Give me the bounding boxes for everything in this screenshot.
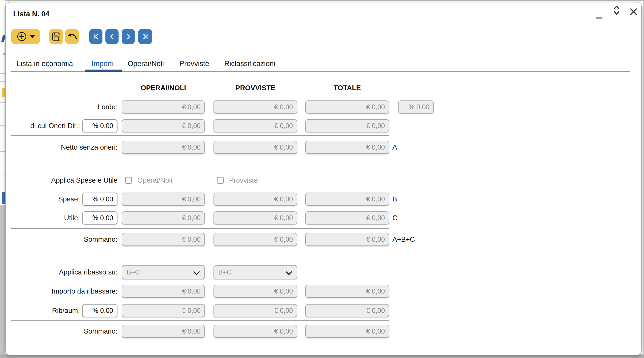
background-fragment: [0, 164, 5, 164]
row-label-sommano-finale: Sommano:: [11, 325, 117, 338]
tab-underline-active: [85, 70, 122, 72]
rib-aum-provviste-field: [214, 304, 297, 317]
row-letter-utile: C: [392, 211, 398, 225]
checkbox-operai-noli[interactable]: [125, 177, 132, 184]
row-label-spese: Spese:: [11, 193, 80, 206]
oneri-dir-percent-input[interactable]: [82, 119, 117, 132]
screen-right-border: [643, 0, 644, 358]
netto-senza-oneri-provviste-field: [214, 141, 297, 154]
floppy-disk-icon: [51, 31, 61, 42]
tab-provviste[interactable]: Provviste: [179, 59, 209, 68]
applica-ribasso-su-select-2[interactable]: B+C: [214, 265, 297, 279]
form-row-lordo: Lordo:: [6, 100, 641, 114]
background-app-strip: [0, 0, 5, 358]
sommano-finale-provviste-field: [214, 325, 297, 338]
background-fragment: [0, 125, 5, 126]
column-header-operai-noli: OPERAI/NOLI: [122, 84, 205, 92]
background-fragment: [0, 205, 5, 358]
background-fragment: [0, 102, 5, 103]
form-row-applica-ribasso-su: Applica ribasso su:B+CB+C: [6, 265, 641, 278]
lordo-percent-field: [398, 100, 434, 114]
nav-first-button[interactable]: [89, 29, 102, 44]
row-letter-netto-senza-oneri: A: [392, 141, 397, 154]
save-button[interactable]: [49, 29, 63, 44]
background-fragment: [0, 138, 5, 138]
close-icon: [630, 8, 638, 17]
checkbox-label-operai-noli: Operai/Noli: [137, 174, 172, 187]
oneri-dir-provviste-field: [214, 119, 297, 132]
separator: [11, 228, 389, 229]
tab-lista-in-economia[interactable]: Lista in economia: [17, 59, 73, 68]
spese-totale-field: [305, 193, 389, 206]
importo-da-ribassare-totale-field: [305, 285, 389, 298]
oneri-dir-totale-field: [305, 119, 389, 132]
netto-senza-oneri-operai-noli-field: [122, 141, 205, 154]
form-row-netto-senza-oneri: Netto senza oneri:A: [6, 141, 641, 154]
form-row-oneri-dir: di cui Oneri Dir.:: [6, 119, 641, 132]
row-label-oneri-dir: di cui Oneri Dir.:: [11, 119, 80, 132]
form-row-importo-da-ribassare: Importo da ribassare:: [6, 285, 641, 298]
chevron-down-icon: [193, 269, 200, 277]
nav-previous-button[interactable]: [105, 29, 119, 44]
background-fragment: [0, 113, 5, 113]
dialog-lista: Lista N. 04 Lista in economiaImportiOper…: [5, 2, 642, 355]
row-label-applica-ribasso-su: Applica ribasso su:: [11, 265, 117, 279]
nav-next-button[interactable]: [122, 29, 135, 44]
background-fragment: [0, 81, 5, 82]
circle-plus-icon: [16, 31, 27, 42]
select-value: B+C: [127, 268, 140, 276]
oneri-dir-operai-noli-field: [122, 119, 205, 132]
spese-operai-noli-field: [122, 193, 205, 206]
checkbox-provviste[interactable]: [217, 177, 224, 184]
rib-aum-percent-input[interactable]: [82, 304, 117, 317]
row-label-rib-aum: Rib/aum:: [11, 304, 80, 317]
add-button[interactable]: [11, 29, 40, 44]
applica-ribasso-su-select-1[interactable]: B+C: [122, 265, 205, 279]
utile-provviste-field: [214, 211, 297, 225]
nav-last-button[interactable]: [138, 29, 152, 44]
background-fragment: [2, 192, 5, 204]
form-row-sommano-finale: Sommano:: [6, 325, 641, 338]
sommano-abc-operai-noli-field: [122, 233, 205, 246]
netto-senza-oneri-totale-field: [305, 141, 389, 154]
lordo-totale-field: [305, 100, 389, 114]
column-header-totale: TOTALE: [305, 84, 389, 92]
dialog-title: Lista N. 04: [13, 10, 49, 18]
select-value: B+C: [218, 268, 231, 276]
minimize-button[interactable]: [593, 10, 605, 22]
sommano-abc-provviste-field: [214, 233, 297, 246]
resize-button[interactable]: [611, 5, 623, 16]
sommano-finale-totale-field: [305, 325, 389, 338]
undo-button[interactable]: [65, 29, 79, 44]
caret-down-icon: [29, 35, 35, 38]
resize-vertical-icon: [613, 5, 621, 17]
nav-first-icon: [93, 33, 100, 40]
column-header-provviste: PROVVISTE: [214, 84, 297, 92]
nav-last-icon: [142, 33, 149, 40]
form-row-sommano-abc: Sommano:A+B+C: [6, 233, 641, 246]
utile-operai-noli-field: [122, 211, 205, 225]
lordo-provviste-field: [214, 100, 297, 114]
screen-top-border: [0, 0, 644, 1]
close-button[interactable]: [628, 6, 639, 18]
row-label-importo-da-ribassare: Importo da ribassare:: [11, 285, 117, 298]
utile-percent-input[interactable]: [82, 211, 117, 225]
form-row-spese: Spese:B: [6, 193, 641, 206]
importo-da-ribassare-operai-noli-field: [122, 285, 205, 298]
tab-riclassificazioni[interactable]: Riclassificazioni: [224, 59, 275, 68]
nav-previous-icon: [109, 33, 116, 40]
separator: [11, 135, 389, 136]
background-fragment: [0, 48, 5, 48]
rib-aum-operai-noli-field: [122, 304, 205, 317]
undo-arrow-icon: [67, 32, 78, 41]
form-row-rib-aum: Rib/aum:: [6, 304, 641, 317]
tab-operai-noli[interactable]: Operai/Noli: [128, 59, 164, 68]
sommano-finale-operai-noli-field: [122, 325, 205, 338]
row-label-sommano-abc: Sommano:: [11, 233, 117, 246]
row-letter-sommano-abc: A+B+C: [392, 233, 415, 246]
lordo-operai-noli-field: [122, 100, 205, 114]
spese-percent-input[interactable]: [82, 193, 117, 206]
background-fragment: [0, 73, 5, 74]
spese-provviste-field: [214, 193, 297, 206]
tab-importi[interactable]: Importi: [91, 59, 114, 68]
